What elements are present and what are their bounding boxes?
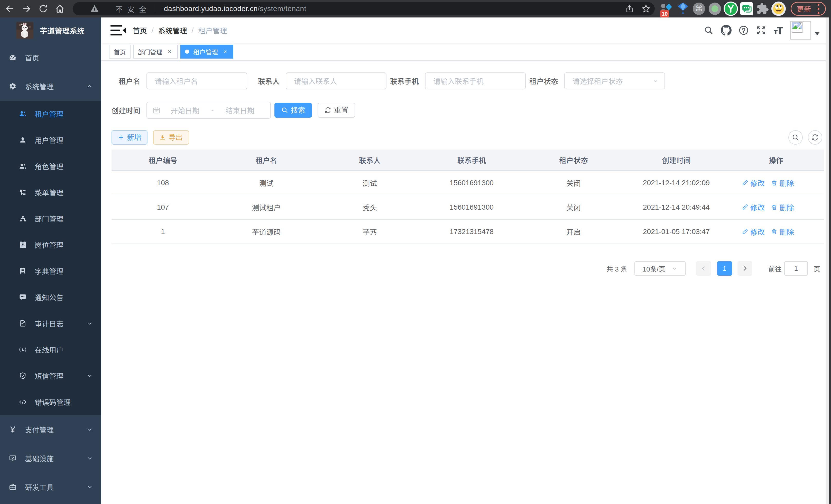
header-search-icon[interactable]	[700, 18, 717, 43]
fullscreen-icon[interactable]	[752, 18, 770, 43]
sidebar-item-users[interactable]: 用户管理	[0, 127, 101, 153]
cell-actions: 修改 删除	[719, 178, 816, 188]
column-header[interactable]: 创建时间	[625, 155, 728, 165]
sidebar-item-depts[interactable]: 部门管理	[0, 206, 101, 232]
reset-button[interactable]: 重置	[318, 103, 355, 118]
column-header[interactable]: 操作	[728, 155, 824, 165]
goto-page-input[interactable]: 1	[784, 261, 808, 276]
close-icon[interactable]: ×	[166, 48, 173, 55]
bookmark-star-icon[interactable]	[639, 2, 653, 16]
extension-y-icon[interactable]	[723, 2, 739, 16]
browser-forward-button[interactable]	[19, 2, 34, 16]
dictionary-icon	[19, 267, 26, 275]
toggle-search-button[interactable]	[789, 130, 803, 145]
sidebar-item-home[interactable]: 首页	[0, 43, 101, 72]
shield-check-icon	[19, 372, 26, 380]
share-icon[interactable]	[622, 2, 637, 16]
edit-link[interactable]: 修改	[742, 178, 765, 188]
edit-link[interactable]: 修改	[742, 202, 765, 213]
sidebar-item-posts[interactable]: 岗位管理	[0, 232, 101, 258]
sidebar-item-online[interactable]: 在线用户	[0, 336, 101, 363]
sidebar-item-pay[interactable]: 支付管理	[0, 415, 101, 444]
filter-contact: 联系人 请输入联系人	[251, 72, 386, 89]
tenant-name-input[interactable]: 请输入租户名	[146, 72, 247, 89]
extension-gem-icon[interactable]	[675, 2, 691, 16]
sidebar-item-label: 在线用户	[35, 345, 63, 355]
extension-puzzle-icon[interactable]	[755, 2, 771, 16]
profile-avatar-emoji[interactable]	[771, 2, 786, 16]
sidebar-item-auditlog[interactable]: 审计日志	[0, 310, 101, 336]
sidebar: 芋道管理系统 首页 系统管理	[0, 18, 101, 504]
column-header[interactable]: 租户名	[214, 155, 318, 165]
extension-translate-icon[interactable]	[739, 2, 755, 16]
breadcrumb-separator: /	[152, 26, 154, 34]
sidebar-item-devtools[interactable]: 研发工具	[0, 473, 101, 501]
tag-home[interactable]: 首页	[109, 45, 131, 59]
close-icon[interactable]: ×	[222, 48, 229, 55]
page-url[interactable]: dashboard.yudao.iocoder.cn/system/tenant	[164, 5, 306, 13]
tag-label: 租户管理	[193, 47, 218, 56]
contact-input[interactable]: 请输入联系人	[286, 72, 386, 89]
not-secure-label[interactable]: 不安全	[115, 3, 151, 14]
sidebar-item-infra[interactable]: 基础设施	[0, 444, 101, 473]
sidebar-item-label: 用户管理	[35, 135, 63, 145]
column-header[interactable]: 联系人	[318, 155, 421, 165]
browser-home-button[interactable]	[53, 2, 67, 16]
font-size-icon[interactable]	[770, 18, 787, 43]
sidebar-item-roles[interactable]: 角色管理	[0, 153, 101, 179]
refresh-table-button[interactable]	[808, 130, 822, 145]
prev-page-button[interactable]	[696, 261, 711, 276]
status-select[interactable]: 请选择租户状态	[564, 72, 665, 89]
cell-tenant-name: 芋道源码	[214, 227, 318, 237]
code-icon	[19, 398, 26, 406]
chrome-menu-icon[interactable]	[815, 3, 822, 15]
table-header: 租户编号 租户名 联系人 联系手机 租户状态 创建时间 操作	[112, 149, 824, 171]
date-range-input[interactable]: 开始日期 - 结束日期	[146, 102, 271, 119]
tag-dept[interactable]: 部门管理 ×	[133, 45, 178, 59]
sidebar-item-sms[interactable]: 短信管理	[0, 363, 101, 389]
column-header[interactable]: 联系手机	[421, 155, 522, 165]
sidebar-item-system[interactable]: 系统管理	[0, 72, 101, 101]
browser-back-button[interactable]	[3, 2, 17, 16]
sidebar-item-dict[interactable]: 字典管理	[0, 258, 101, 284]
sidebar-item-errorcode[interactable]: 错误码管理	[0, 389, 101, 415]
delete-link[interactable]: 删除	[771, 202, 794, 212]
extension-record-icon[interactable]	[707, 2, 723, 16]
phone-input[interactable]: 请输入联系手机	[425, 72, 526, 89]
cell-phone: 17321315478	[421, 228, 522, 236]
search-button[interactable]: 搜索	[275, 103, 312, 118]
address-bar[interactable]: 不安全 dashboard.yudao.iocoder.cn/system/te…	[73, 2, 655, 16]
trash-icon	[771, 228, 778, 235]
extension-tasks-icon[interactable]: 10	[659, 2, 675, 16]
user-avatar[interactable]	[791, 21, 820, 39]
sidebar-item-tenant[interactable]: 租户管理	[0, 101, 101, 127]
help-icon[interactable]	[735, 18, 752, 43]
sidebar-item-notice[interactable]: 通知公告	[0, 284, 101, 310]
sidebar-toggle-hamburger-icon[interactable]	[110, 24, 127, 36]
browser-reload-button[interactable]	[36, 2, 50, 16]
tag-tenant[interactable]: 租户管理 ×	[180, 45, 233, 59]
column-header[interactable]: 租户编号	[112, 155, 214, 165]
edit-link[interactable]: 修改	[742, 226, 765, 237]
delete-link[interactable]: 删除	[771, 178, 794, 188]
page-size-select[interactable]: 10条/页	[634, 261, 686, 276]
refresh-icon	[811, 134, 819, 141]
current-page[interactable]: 1	[717, 261, 732, 276]
breadcrumb-home[interactable]: 首页	[133, 25, 147, 35]
github-icon[interactable]	[717, 18, 735, 43]
next-page-button[interactable]	[738, 261, 752, 276]
breadcrumb-system[interactable]: 系统管理	[158, 25, 187, 35]
delete-link[interactable]: 删除	[771, 227, 794, 237]
extension-command-icon[interactable]: ⌘	[691, 2, 707, 16]
chrome-update-button[interactable]: 更新	[791, 2, 826, 16]
column-header[interactable]: 租户状态	[522, 155, 625, 165]
table-row: 107 测试租户 秃头 15601691300 关闭 2021-12-14 20…	[112, 195, 824, 219]
sidebar-item-label: 审计日志	[35, 318, 63, 329]
export-button[interactable]: 导出	[153, 130, 189, 145]
sidebar-item-menus[interactable]: 菜单管理	[0, 179, 101, 206]
export-button-label: 导出	[169, 132, 183, 142]
add-button[interactable]: 新增	[112, 130, 147, 145]
sidebar-logo[interactable]: 芋道管理系统	[0, 18, 101, 43]
svg-text:⌘: ⌘	[695, 4, 703, 13]
page-scrollbar-track[interactable]	[826, 18, 829, 504]
